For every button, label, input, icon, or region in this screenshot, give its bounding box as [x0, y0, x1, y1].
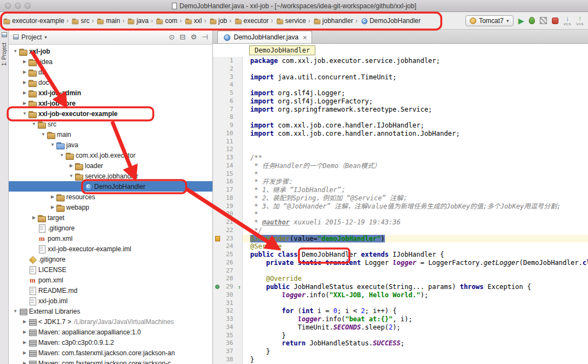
code-line[interactable]: 5import org.slf4j.Logger;: [213, 89, 588, 97]
gutter-cell[interactable]: 37: [213, 348, 243, 356]
code-line[interactable]: 11: [213, 138, 588, 146]
code-line[interactable]: 9import com.xxl.job.core.handler.IJobHan…: [213, 122, 588, 130]
code-line[interactable]: 1package com.xxl.job.executor.service.jo…: [213, 57, 588, 65]
tree-item[interactable]: ▶< JDK1.7 >/Library/Java/JavaVirtualMach…: [9, 316, 212, 327]
override-icon[interactable]: ↑: [238, 284, 241, 292]
code-editor[interactable]: 1package com.xxl.job.executor.service.jo…: [213, 57, 588, 364]
code-line[interactable]: 30 logger.info("XXL-JOB, Hello World.");: [213, 291, 588, 299]
gutter-cell[interactable]: 20: [213, 210, 243, 218]
code-line[interactable]: 13/**: [213, 154, 588, 162]
tree-item[interactable]: ▼xxl-job: [9, 46, 212, 56]
chevron-right-icon[interactable]: ▶: [21, 330, 28, 334]
gutter-cell[interactable]: 36: [213, 339, 243, 348]
code-line[interactable]: 4: [213, 81, 588, 89]
run-config-select[interactable]: Tomcat7 ▾: [465, 15, 514, 26]
breadcrumb-item[interactable]: xxl: [183, 15, 203, 26]
chevron-down-icon[interactable]: ▼: [21, 111, 28, 116]
code-line[interactable]: 14 * 任务Handler的一个Demo（Bean模式）: [213, 162, 588, 170]
gutter-cell[interactable]: 15: [213, 170, 243, 178]
chevron-right-icon[interactable]: ▶: [68, 163, 74, 168]
tree-item[interactable]: ▼xxl-job-executor-example: [9, 108, 212, 119]
chevron-down-icon[interactable]: ▼: [31, 122, 37, 126]
debug-button[interactable]: [529, 17, 535, 24]
gutter-cell[interactable]: 7: [213, 106, 243, 114]
gutter-cell[interactable]: 14: [213, 162, 243, 170]
breadcrumb-item[interactable]: com: [154, 15, 178, 26]
chevron-right-icon[interactable]: ▶: [21, 350, 28, 355]
tree-item[interactable]: ▼service.jobhandler: [9, 171, 212, 181]
gutter-cell[interactable]: 9: [213, 122, 243, 130]
chevron-down-icon[interactable]: ▼: [49, 142, 56, 147]
stop-button[interactable]: [552, 18, 558, 24]
tree-item[interactable]: LICENSE: [9, 264, 212, 275]
chevron-right-icon[interactable]: ▶: [21, 90, 28, 95]
project-tool-button[interactable]: 1: Project: [1, 43, 7, 66]
gutter-cell[interactable]: 1: [213, 57, 243, 65]
breadcrumb-item[interactable]: main: [95, 15, 121, 26]
tree-item[interactable]: ▶xxl-job-core: [9, 98, 212, 108]
gutter-cell[interactable]: 4: [213, 81, 243, 89]
code-line[interactable]: 15 *: [213, 170, 588, 178]
code-line[interactable]: 28 @Override: [213, 275, 588, 283]
settings-gear-icon[interactable]: ⚙: [191, 33, 197, 41]
minimize-button[interactable]: [15, 3, 21, 9]
gutter-cell[interactable]: 25: [213, 251, 243, 259]
tree-item[interactable]: ▶Maven: com.fasterxml.jackson.core:jacks…: [9, 348, 212, 358]
code-line[interactable]: 3import java.util.concurrent.TimeUnit;: [213, 73, 588, 82]
code-line[interactable]: 26 private static transient Logger logge…: [213, 259, 588, 267]
gutter-cell[interactable]: 21: [213, 218, 243, 227]
code-line[interactable]: 36 return JobHandleStatus.SUCCESS;: [213, 339, 588, 348]
code-line[interactable]: 34 TimeUnit.SECONDS.sleep(2);: [213, 323, 588, 332]
code-line[interactable]: 2: [213, 65, 588, 73]
code-line[interactable]: 21 * @author xuxueli 2015-12-19 19:43:36: [213, 218, 588, 227]
chevron-right-icon[interactable]: ▶: [21, 70, 28, 74]
gutter-cell[interactable]: 27: [213, 267, 243, 275]
tree-item[interactable]: xxl-job-executor-example.iml: [9, 244, 212, 254]
code-line[interactable]: 35 }: [213, 332, 588, 340]
vcs-update-button[interactable]: ↓ VCS: [563, 15, 571, 26]
breadcrumb-item[interactable]: DemoJobHandler: [359, 15, 422, 26]
code-line[interactable]: 17 * 1、继承 “IJobHandler”；: [213, 186, 588, 194]
code-line[interactable]: 33 logger.info("beat at:{}", i);: [213, 315, 588, 323]
code-line[interactable]: 19 * 3、加 “@JobHander” 注解，注解value值为新增任务生成…: [213, 203, 588, 211]
chevron-right-icon[interactable]: ▶: [21, 80, 28, 85]
breadcrumb-item[interactable]: job: [207, 15, 228, 26]
chevron-right-icon[interactable]: ▶: [21, 340, 28, 345]
chevron-down-icon[interactable]: ▼: [40, 132, 47, 137]
gutter-cell[interactable]: 24: [213, 242, 243, 251]
tree-item[interactable]: ▶Maven: com.fasterxml.jackson.core:jacks…: [9, 358, 212, 364]
code-line[interactable]: 38}: [213, 356, 588, 364]
tree-item[interactable]: README.md: [9, 285, 212, 296]
chevron-down-icon[interactable]: ▼: [12, 309, 19, 314]
tree-item[interactable]: xxl-job.iml: [9, 296, 212, 306]
breadcrumb-item[interactable]: jobhandler: [312, 15, 354, 26]
code-line[interactable]: 37 }: [213, 348, 588, 356]
tree-item[interactable]: ▼External Libraries: [9, 306, 212, 316]
tree-item[interactable]: ▼main: [9, 129, 212, 140]
code-line[interactable]: 8: [213, 113, 588, 122]
tree-item[interactable]: .gitignore: [9, 223, 212, 233]
breadcrumb-item[interactable]: executor-example: [1, 15, 65, 26]
gutter-cell[interactable]: 12: [213, 146, 243, 154]
chevron-right-icon[interactable]: ▶: [49, 205, 56, 210]
tree-item[interactable]: pom.xml: [9, 233, 212, 244]
tree-item[interactable]: ▶xxl-job-admin: [9, 88, 212, 98]
tree-item[interactable]: ▶target: [9, 212, 212, 223]
chevron-down-icon[interactable]: ▼: [59, 153, 65, 158]
code-line[interactable]: 20 *: [213, 210, 588, 218]
hide-panel-icon[interactable]: ⊣: [202, 33, 208, 41]
code-line[interactable]: 12: [213, 146, 588, 154]
tree-item[interactable]: ▼com.xxl.job.executor: [9, 150, 212, 160]
tree-item[interactable]: ▶resources: [9, 192, 212, 202]
breadcrumb-item[interactable]: java: [125, 15, 149, 26]
run-button[interactable]: ▶: [518, 17, 524, 25]
gutter-cell[interactable]: 17: [213, 186, 243, 194]
gutter-cell[interactable]: 3: [213, 73, 243, 82]
gutter-cell[interactable]: 26: [213, 259, 243, 267]
tree-item[interactable]: ▼src: [9, 119, 212, 129]
tree-item[interactable]: pom.xml: [9, 275, 212, 285]
chevron-right-icon[interactable]: ▶: [21, 59, 28, 64]
code-line[interactable]: 16 * 开发步骤：: [213, 178, 588, 186]
chevron-right-icon[interactable]: ▶: [21, 319, 28, 324]
gutter-cell[interactable]: 10: [213, 130, 243, 138]
